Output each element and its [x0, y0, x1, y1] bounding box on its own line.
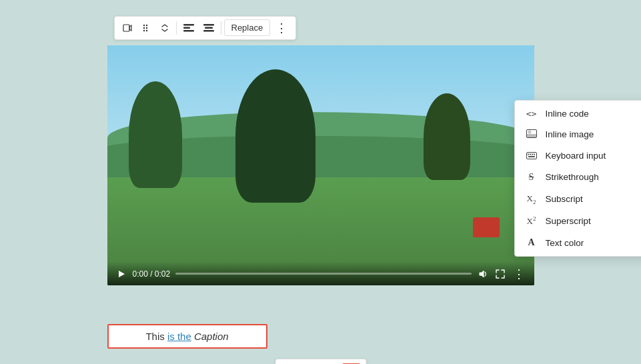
- inline-code-label: Inline code: [546, 109, 589, 119]
- video-controls-bar: 0:00 / 0:02 ⋮: [107, 261, 534, 285]
- editor-container: Replace ⋮: [107, 16, 534, 349]
- volume-button[interactable]: [477, 268, 489, 280]
- superscript-icon: X2: [526, 215, 538, 227]
- time-display: 0:00 / 0:02: [133, 269, 171, 279]
- play-icon: [117, 269, 126, 279]
- tree-left: [129, 81, 182, 188]
- keyboard-icon: [526, 151, 538, 161]
- text-color-label: Text color: [546, 238, 584, 248]
- subscript-label: Subscript: [546, 194, 583, 204]
- chevron-updown-icon: [160, 23, 169, 33]
- inline-image-item[interactable]: Inline image: [515, 124, 642, 145]
- svg-point-1: [143, 24, 144, 25]
- dropdown-menu: <> Inline code Inline image: [514, 100, 642, 257]
- strikethrough-icon: S: [526, 172, 538, 183]
- svg-point-3: [143, 27, 144, 28]
- svg-rect-17: [528, 153, 529, 155]
- svg-point-5: [143, 29, 144, 31]
- svg-rect-8: [183, 27, 190, 29]
- more-icon: ⋮: [275, 22, 287, 34]
- svg-rect-12: [203, 30, 214, 32]
- tractor: [473, 217, 500, 237]
- format-toolbar: B I: [275, 359, 366, 365]
- drag-icon: [141, 23, 151, 33]
- align-left-icon: [183, 24, 194, 32]
- video-icon: [123, 23, 132, 33]
- toolbar-divider-2: [221, 21, 221, 35]
- volume-icon: [478, 269, 488, 279]
- video-more-icon: ⋮: [513, 268, 525, 280]
- move-button[interactable]: [156, 21, 173, 35]
- align-left-button[interactable]: [179, 21, 198, 35]
- caption-container: This is the Caption: [107, 324, 267, 349]
- svg-rect-16: [526, 152, 536, 159]
- video-thumbnail: [107, 45, 534, 285]
- video-more-button[interactable]: ⋮: [512, 267, 526, 281]
- more-options-button[interactable]: ⋮: [271, 19, 291, 37]
- text-color-item[interactable]: A Text color: [515, 232, 642, 253]
- keyboard-input-label: Keyboard input: [546, 151, 606, 161]
- replace-label: Replace: [231, 23, 263, 33]
- block-toolbar: Replace ⋮: [114, 16, 297, 40]
- video-type-button[interactable]: [119, 21, 136, 35]
- inline-image-label: Inline image: [546, 129, 594, 139]
- svg-rect-7: [183, 24, 194, 26]
- align-wide-icon: [203, 24, 214, 32]
- caption-italic: Caption: [191, 331, 229, 342]
- inline-code-item[interactable]: <> Inline code: [515, 103, 642, 124]
- svg-point-2: [145, 24, 147, 25]
- video-block: 0:00 / 0:02 ⋮: [107, 45, 534, 349]
- subscript-item[interactable]: X2 Subscript: [515, 188, 642, 211]
- strikethrough-label: Strikethrough: [546, 172, 599, 182]
- svg-point-4: [145, 27, 147, 28]
- progress-bar[interactable]: [175, 273, 471, 275]
- inline-code-icon: <>: [526, 109, 538, 119]
- svg-rect-14: [527, 134, 536, 137]
- align-wide-button[interactable]: [199, 21, 218, 35]
- fullscreen-icon: [496, 269, 505, 279]
- fullscreen-button[interactable]: [494, 268, 506, 280]
- tree-right: [424, 93, 470, 180]
- svg-rect-21: [528, 156, 535, 157]
- drag-button[interactable]: [137, 21, 155, 35]
- inline-image-icon: [526, 129, 538, 140]
- italic-button[interactable]: I: [301, 362, 315, 365]
- bold-button[interactable]: B: [281, 362, 298, 365]
- caption-text: This is the Caption: [119, 331, 255, 342]
- replace-button[interactable]: Replace: [224, 19, 271, 36]
- svg-rect-11: [205, 27, 213, 29]
- svg-rect-0: [123, 25, 129, 31]
- tree-center: [235, 69, 315, 203]
- svg-rect-20: [534, 153, 535, 155]
- svg-rect-18: [530, 153, 531, 155]
- svg-point-6: [145, 29, 147, 31]
- text-color-icon: A: [526, 237, 538, 248]
- strikethrough-item[interactable]: S Strikethrough: [515, 167, 642, 188]
- toolbar-divider: [176, 21, 177, 35]
- svg-rect-9: [183, 30, 194, 32]
- caption-link[interactable]: is the: [167, 331, 191, 342]
- superscript-label: Superscript: [546, 216, 591, 226]
- svg-rect-10: [203, 24, 214, 26]
- video-player[interactable]: 0:00 / 0:02 ⋮: [107, 45, 534, 285]
- play-button[interactable]: [115, 268, 127, 280]
- svg-rect-19: [532, 153, 533, 155]
- keyboard-input-item[interactable]: Keyboard input: [515, 145, 642, 167]
- svg-point-15: [528, 131, 531, 133]
- caption-plain: This: [145, 331, 167, 342]
- superscript-item[interactable]: X2 Superscript: [515, 210, 642, 232]
- subscript-icon: X2: [526, 193, 538, 205]
